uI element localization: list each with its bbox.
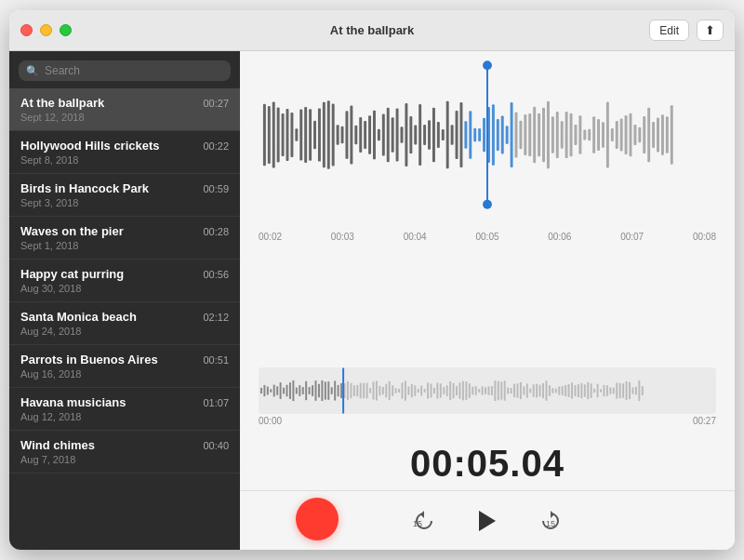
- svg-rect-38: [432, 108, 435, 163]
- minimize-button[interactable]: [40, 24, 52, 36]
- svg-rect-45: [464, 121, 467, 148]
- titlebar: At the ballpark Edit ⬆: [9, 10, 735, 51]
- svg-rect-137: [398, 389, 400, 393]
- search-input[interactable]: [45, 64, 223, 77]
- recording-duration: 00:27: [203, 98, 229, 109]
- svg-rect-112: [318, 384, 320, 397]
- svg-rect-209: [629, 382, 631, 399]
- svg-rect-140: [407, 386, 409, 394]
- recording-duration: 00:40: [203, 440, 229, 451]
- svg-rect-10: [304, 107, 307, 163]
- svg-rect-53: [501, 115, 504, 153]
- svg-rect-155: [456, 386, 458, 395]
- svg-rect-195: [584, 384, 586, 396]
- play-icon: [477, 509, 498, 533]
- svg-rect-123: [353, 385, 355, 395]
- svg-rect-34: [414, 125, 417, 144]
- play-button[interactable]: [467, 500, 508, 541]
- svg-rect-148: [433, 388, 435, 393]
- recording-item[interactable]: Havana musicians 01:07 Aug 12, 2018: [9, 388, 240, 431]
- recording-date: Aug 12, 2018: [20, 411, 229, 422]
- svg-rect-68: [570, 113, 573, 157]
- svg-rect-22: [359, 117, 362, 153]
- close-button[interactable]: [20, 24, 33, 36]
- recording-item[interactable]: Parrots in Buenos Aires 00:51 Aug 16, 20…: [9, 345, 240, 388]
- svg-rect-23: [364, 121, 366, 149]
- svg-rect-57: [519, 121, 522, 149]
- overview-svg: [259, 367, 716, 414]
- svg-rect-67: [565, 112, 568, 158]
- svg-rect-174: [516, 383, 518, 398]
- recording-item[interactable]: Birds in Hancock Park 00:59 Sept 3, 2018: [9, 174, 240, 217]
- svg-rect-207: [622, 383, 624, 397]
- time-label: 00:03: [331, 232, 354, 242]
- recording-item[interactable]: Wind chimes 00:40 Aug 7, 2018: [9, 431, 240, 473]
- svg-rect-171: [507, 388, 509, 394]
- svg-rect-191: [571, 382, 573, 398]
- svg-rect-80: [625, 115, 628, 154]
- svg-rect-121: [347, 381, 349, 400]
- maximize-button[interactable]: [60, 24, 72, 36]
- svg-rect-11: [309, 109, 312, 160]
- svg-rect-59: [528, 113, 531, 156]
- svg-rect-192: [574, 385, 576, 396]
- edit-button[interactable]: Edit: [649, 20, 689, 41]
- time-label: 00:08: [693, 232, 716, 242]
- recording-item[interactable]: Happy cat purring 00:56 Aug 30, 2018: [9, 260, 240, 302]
- svg-rect-135: [392, 385, 393, 395]
- time-label: 00:06: [548, 232, 571, 242]
- svg-rect-206: [619, 383, 621, 398]
- svg-rect-170: [504, 380, 506, 401]
- skip-forward-button[interactable]: 15: [538, 508, 564, 534]
- svg-rect-130: [376, 380, 378, 400]
- skip-back-button[interactable]: 15: [411, 508, 437, 534]
- svg-rect-83: [638, 127, 641, 142]
- recording-date: Sept 1, 2018: [20, 240, 229, 251]
- svg-rect-25: [373, 111, 376, 160]
- svg-rect-46: [469, 111, 472, 159]
- svg-rect-106: [299, 385, 300, 396]
- svg-rect-76: [606, 101, 609, 167]
- recording-item[interactable]: At the ballpark 00:27 Sept 12, 2018: [9, 88, 240, 131]
- svg-rect-180: [536, 384, 538, 398]
- svg-rect-33: [409, 116, 412, 153]
- svg-rect-213: [642, 386, 644, 395]
- svg-rect-144: [420, 386, 422, 396]
- svg-rect-134: [389, 381, 391, 400]
- recording-item[interactable]: Hollywood Hills crickets 00:22 Sept 8, 2…: [9, 131, 240, 174]
- controls-bar: 15 15: [240, 490, 735, 550]
- recording-date: Aug 16, 2018: [20, 368, 229, 380]
- svg-rect-69: [574, 125, 577, 145]
- svg-rect-111: [315, 380, 317, 401]
- svg-rect-143: [418, 389, 419, 393]
- svg-rect-104: [292, 380, 294, 401]
- svg-rect-167: [494, 380, 496, 401]
- record-button[interactable]: [296, 498, 339, 540]
- recording-item[interactable]: Santa Monica beach 02:12 Aug 24, 2018: [9, 302, 240, 345]
- svg-rect-179: [533, 384, 535, 396]
- svg-rect-44: [459, 102, 462, 167]
- svg-rect-183: [545, 380, 547, 400]
- time-label: 00:05: [475, 232, 498, 242]
- svg-rect-36: [423, 125, 426, 145]
- time-label: 00:02: [259, 232, 282, 242]
- svg-rect-64: [551, 116, 554, 153]
- time-axis: 00:0200:0300:0400:0500:0600:0700:08: [259, 228, 716, 246]
- overview-time-row: 00:00 00:27: [259, 414, 716, 428]
- search-icon: 🔍: [26, 65, 39, 77]
- recording-item[interactable]: Waves on the pier 00:28 Sept 1, 2018: [9, 217, 240, 260]
- svg-rect-4: [277, 107, 280, 162]
- svg-rect-133: [385, 384, 387, 398]
- svg-rect-87: [657, 118, 659, 153]
- svg-rect-165: [487, 386, 489, 394]
- svg-rect-118: [338, 385, 339, 396]
- recording-duration: 00:56: [203, 269, 229, 280]
- svg-rect-62: [542, 108, 545, 163]
- share-button[interactable]: ⬆: [697, 20, 724, 41]
- svg-rect-132: [382, 387, 384, 394]
- svg-rect-26: [378, 129, 380, 140]
- skip-back-icon: 15: [411, 508, 437, 534]
- svg-rect-49: [483, 118, 485, 153]
- recording-date: Sept 3, 2018: [20, 197, 229, 208]
- svg-rect-96: [267, 387, 269, 395]
